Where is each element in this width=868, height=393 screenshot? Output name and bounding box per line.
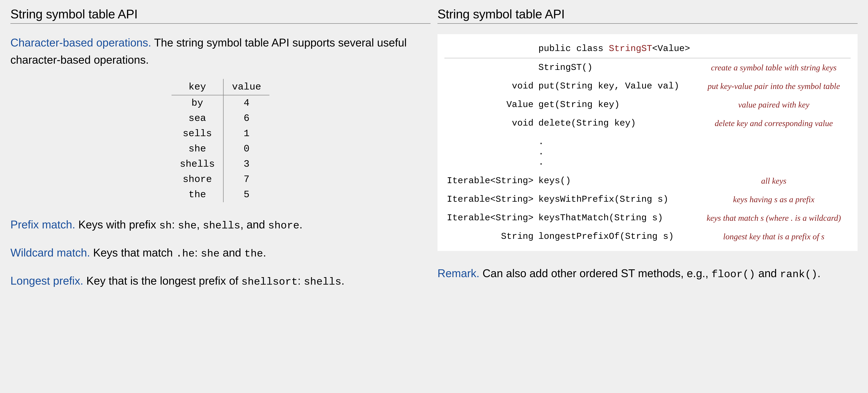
kv-value: 6 (223, 111, 270, 126)
kv-key: shore (172, 172, 223, 187)
api-description: all keys (697, 171, 850, 190)
api-row: Iterable<String>keys()all keys (444, 171, 850, 190)
api-row: Valueget(String key)value paired with ke… (444, 95, 850, 114)
kv-value: 5 (223, 187, 270, 202)
api-head: public class StringST<Value> (536, 39, 850, 58)
kv-value: 4 (223, 95, 270, 111)
api-description: keys having s as a prefix (697, 190, 850, 209)
prefix-paragraph: Prefix match. Keys with prefix sh: she, … (10, 216, 431, 234)
api-signature: delete(String key) (536, 114, 697, 132)
api-description: create a symbol table with string keys (697, 58, 850, 77)
table-row: by4 (172, 95, 270, 111)
kv-value: 1 (223, 126, 270, 141)
left-title: String symbol table API (10, 7, 431, 21)
prefix-lead: Prefix match. (10, 218, 75, 231)
kv-value: 0 (223, 141, 270, 157)
wildcard-paragraph: Wildcard match. Keys that match .he: she… (10, 244, 431, 262)
kv-key: the (172, 187, 223, 202)
kv-header-value: value (223, 79, 270, 95)
kv-table: key value by4sea6sells1she0shells3shore7… (172, 79, 270, 202)
api-return-type (444, 58, 536, 77)
api-return-type: void (444, 114, 536, 132)
api-signature: keysThatMatch(String s) (536, 209, 697, 227)
api-return-type: Iterable<String> (444, 190, 536, 209)
vertical-ellipsis-icon: . . . (538, 137, 544, 167)
api-row: StringlongestPrefixOf(String s)longest k… (444, 227, 850, 246)
wildcard-lead: Wildcard match. (10, 247, 90, 259)
table-row: shells3 (172, 157, 270, 172)
api-row: Iterable<String>keysThatMatch(String s)k… (444, 209, 850, 227)
longest-lead: Longest prefix. (10, 274, 83, 287)
api-vdots-row: . . . (444, 132, 850, 171)
intro-lead: Character-based operations. (10, 36, 151, 49)
api-table: public class StringST<Value> StringST()c… (444, 39, 850, 246)
right-rule (437, 23, 858, 24)
kv-value: 7 (223, 172, 270, 187)
api-signature: longestPrefixOf(String s) (536, 227, 697, 246)
kv-header-key: key (172, 79, 223, 95)
intro-paragraph: Character-based operations. The string s… (10, 34, 431, 68)
api-box: public class StringST<Value> StringST()c… (437, 34, 858, 251)
api-description: put key-value pair into the symbol table (697, 77, 850, 95)
api-row: StringST()create a symbol table with str… (444, 58, 850, 77)
api-return-type: String (444, 227, 536, 246)
table-row: sea6 (172, 111, 270, 126)
right-title: String symbol table API (437, 7, 858, 21)
kv-key: by (172, 95, 223, 111)
table-row: the5 (172, 187, 270, 202)
longest-paragraph: Longest prefix. Key that is the longest … (10, 272, 431, 290)
api-head-row: public class StringST<Value> (444, 39, 850, 58)
table-row: sells1 (172, 126, 270, 141)
api-row: voidput(String key, Value val)put key-va… (444, 77, 850, 95)
api-return-type: Iterable<String> (444, 171, 536, 190)
api-signature: keys() (536, 171, 697, 190)
api-signature: put(String key, Value val) (536, 77, 697, 95)
api-signature: keysWithPrefix(String s) (536, 190, 697, 209)
kv-value: 3 (223, 157, 270, 172)
api-signature: StringST() (536, 58, 697, 77)
api-description: longest key that is a prefix of s (697, 227, 850, 246)
kv-key: shells (172, 157, 223, 172)
api-description: keys that match s (where . is a wildcard… (697, 209, 850, 227)
api-description: value paired with key (697, 95, 850, 114)
table-row: shore7 (172, 172, 270, 187)
remark-lead: Remark. (437, 267, 479, 280)
api-return-type: void (444, 77, 536, 95)
api-row: voiddelete(String key)delete key and cor… (444, 114, 850, 132)
kv-key: sells (172, 126, 223, 141)
right-slide: String symbol table API public class Str… (437, 7, 858, 300)
api-signature: get(String key) (536, 95, 697, 114)
api-return-type: Value (444, 95, 536, 114)
kv-key: sea (172, 111, 223, 126)
api-description: delete key and corresponding value (697, 114, 850, 132)
kv-key: she (172, 141, 223, 157)
left-slide: String symbol table API Character-based … (10, 7, 431, 300)
kv-header-row: key value (172, 79, 270, 95)
left-rule (10, 23, 431, 24)
api-row: Iterable<String>keysWithPrefix(String s)… (444, 190, 850, 209)
table-row: she0 (172, 141, 270, 157)
api-return-type: Iterable<String> (444, 209, 536, 227)
page: String symbol table API Character-based … (0, 0, 868, 307)
remark-paragraph: Remark. Can also add other ordered ST me… (437, 265, 858, 283)
